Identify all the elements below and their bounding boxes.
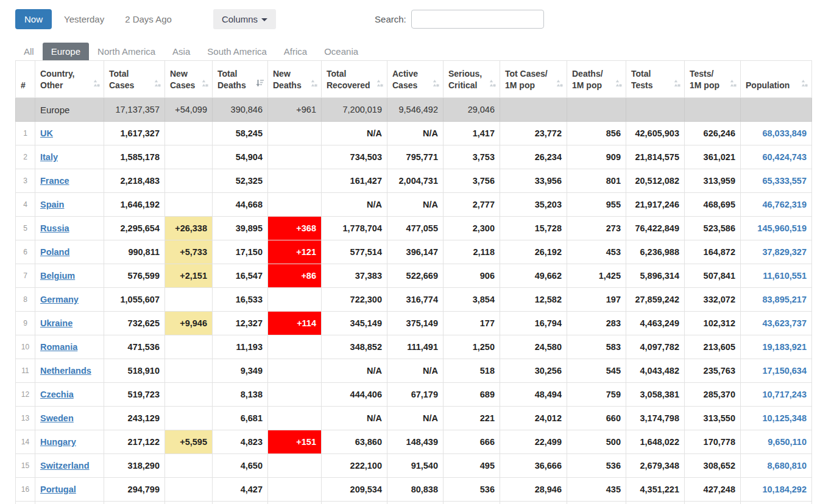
population-link[interactable]: 10,184,292 <box>762 485 807 494</box>
sort-both-icon[interactable] <box>674 79 681 91</box>
country-link[interactable]: Switzerland <box>40 461 90 471</box>
rank-cell: 4 <box>16 193 35 217</box>
population-link[interactable]: 83,895,217 <box>762 295 807 304</box>
column-header-total-cases[interactable]: Total Cases <box>104 61 165 98</box>
population-link[interactable]: 60,424,743 <box>762 152 807 162</box>
new-cases-cell <box>165 335 213 359</box>
column-header-serious-critical[interactable]: Serious, Critical <box>444 61 500 98</box>
country-link[interactable]: Portugal <box>40 485 76 494</box>
active-cases-cell: 316,774 <box>387 288 444 312</box>
sort-both-icon[interactable] <box>801 79 808 91</box>
sort-both-icon[interactable] <box>202 79 209 91</box>
now-button[interactable]: Now <box>15 9 52 29</box>
country-link[interactable]: Poland <box>40 247 69 257</box>
population-link[interactable]: 8,680,810 <box>767 461 807 471</box>
sort-both-icon[interactable] <box>93 79 101 91</box>
sort-both-icon[interactable] <box>433 79 440 91</box>
column-header-population[interactable]: Population <box>741 61 812 98</box>
columns-dropdown-button[interactable]: Columns <box>213 9 276 29</box>
new-cases-cell <box>165 407 213 430</box>
sort-both-icon[interactable] <box>556 79 564 91</box>
column-header-tests-1m-pop[interactable]: Tests/ 1M pop <box>685 61 741 98</box>
sort-both-icon[interactable] <box>154 79 161 91</box>
country-link[interactable]: Czechia <box>40 390 74 399</box>
population-link[interactable]: 9,650,110 <box>768 437 807 447</box>
tab-asia[interactable]: Asia <box>164 43 199 60</box>
column-header--[interactable]: # <box>16 61 35 98</box>
country-link[interactable]: Romania <box>40 342 77 352</box>
new-cases-cell <box>165 288 213 312</box>
population-link[interactable]: 46,762,319 <box>762 200 807 209</box>
continent-new-deaths-cell: +961 <box>268 98 322 122</box>
population-link[interactable]: 17,150,634 <box>762 366 807 376</box>
total-deaths-cell: 12,327 <box>213 312 268 335</box>
column-header-total-deaths[interactable]: Total Deaths <box>213 61 268 98</box>
tab-oceania[interactable]: Oceania <box>316 43 367 60</box>
yesterday-button[interactable]: Yesterday <box>55 9 113 29</box>
population-link[interactable]: 11,610,551 <box>763 271 807 281</box>
population-cell: 65,333,557 <box>741 169 812 193</box>
country-link[interactable]: Sweden <box>40 413 74 423</box>
total-tests-cell: 6,236,988 <box>626 240 685 264</box>
population-link[interactable]: 19,183,921 <box>762 342 807 352</box>
tab-africa[interactable]: Africa <box>275 43 316 60</box>
country-link[interactable]: France <box>40 176 69 186</box>
country-link[interactable]: Russia <box>40 223 69 233</box>
new-deaths-cell: +114 <box>268 312 322 335</box>
total-cases-cell: 1,646,192 <box>104 193 165 217</box>
tab-north-america[interactable]: North America <box>89 43 164 60</box>
country-link[interactable]: Netherlands <box>40 366 91 376</box>
new-cases-cell: +9,946 <box>165 312 213 335</box>
country-link[interactable]: Germany <box>40 295 79 304</box>
column-header-total-tests[interactable]: Total Tests <box>626 61 685 98</box>
tests-per-1m-cell: 468,695 <box>685 193 741 217</box>
sort-both-icon[interactable] <box>730 79 737 91</box>
country-link[interactable]: Spain <box>40 200 64 209</box>
population-cell: 145,960,519 <box>741 217 812 240</box>
sort-both-icon[interactable] <box>615 79 623 91</box>
column-header-total-recovered[interactable]: Total Recovered <box>322 61 387 98</box>
column-header-new-deaths[interactable]: New Deaths <box>268 61 322 98</box>
rank-cell: 7 <box>16 264 35 288</box>
population-cell: 8,680,810 <box>741 454 812 478</box>
rank-cell: 9 <box>16 312 35 335</box>
toolbar: Now Yesterday 2 Days Ago Columns Search: <box>15 9 834 29</box>
cases-per-1m-cell: 15,728 <box>500 217 567 240</box>
population-link[interactable]: 65,333,557 <box>762 176 807 186</box>
sort-both-icon[interactable] <box>489 79 497 91</box>
country-link[interactable]: Hungary <box>40 437 76 447</box>
tab-europe[interactable]: Europe <box>43 43 89 60</box>
country-row: 6 Poland 990,811 +5,733 17,150 +121 577,… <box>16 240 812 264</box>
sort-both-icon[interactable] <box>311 79 318 91</box>
active-cases-cell: 148,439 <box>387 430 444 454</box>
tests-per-1m-cell: 164,872 <box>685 240 741 264</box>
population-cell: 10,184,292 <box>741 478 812 502</box>
active-cases-cell: 477,055 <box>387 217 444 240</box>
sort-both-icon[interactable] <box>376 79 384 91</box>
new-cases-cell <box>165 478 213 502</box>
column-header-new-cases[interactable]: New Cases <box>165 61 213 98</box>
population-link[interactable]: 68,033,849 <box>762 128 807 138</box>
population-link[interactable]: 145,960,519 <box>757 223 807 233</box>
country-link[interactable]: UK <box>40 128 53 138</box>
serious-critical-cell: 689 <box>444 383 500 407</box>
population-link[interactable]: 10,125,348 <box>762 413 807 423</box>
search-input[interactable] <box>411 10 544 29</box>
deaths-per-1m-cell: 759 <box>567 383 626 407</box>
total-cases-cell: 990,811 <box>104 240 165 264</box>
sort-descending-icon[interactable] <box>256 79 264 91</box>
tab-south-america[interactable]: South America <box>199 43 275 60</box>
country-link[interactable]: Belgium <box>40 271 75 281</box>
two-days-ago-button[interactable]: 2 Days Ago <box>116 9 180 29</box>
population-link[interactable]: 10,717,243 <box>762 390 807 399</box>
column-header-active-cases[interactable]: Active Cases <box>387 61 444 98</box>
column-header-tot-cases-1m-pop[interactable]: Tot Cases/ 1M pop <box>500 61 567 98</box>
column-header-deaths-1m-pop[interactable]: Deaths/ 1M pop <box>567 61 626 98</box>
column-header-country-other[interactable]: Country, Other <box>35 61 104 98</box>
tab-all[interactable]: All <box>15 43 43 60</box>
continent-new-cases-cell: +54,099 <box>165 98 213 122</box>
country-link[interactable]: Ukraine <box>40 318 72 328</box>
country-link[interactable]: Italy <box>40 152 58 162</box>
population-link[interactable]: 37,829,327 <box>762 247 807 257</box>
population-link[interactable]: 43,623,737 <box>762 318 807 328</box>
